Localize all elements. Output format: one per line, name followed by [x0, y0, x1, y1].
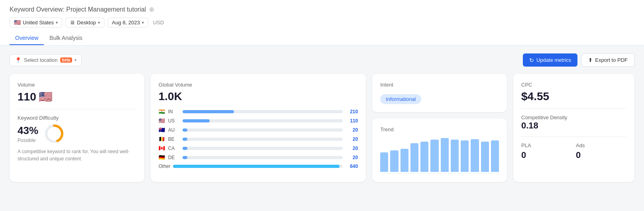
trend-bars: [380, 138, 499, 174]
flag-au: 🇦🇺: [159, 127, 165, 133]
date-label: Aug 8, 2023: [112, 20, 140, 26]
bar-fill-be: [183, 138, 187, 141]
trend-bar: [461, 140, 469, 172]
country-rows: 🇮🇳 IN 210 🇺🇸 US 110 🇦🇺 AU 20 🇧🇪 BE: [159, 108, 358, 160]
update-metrics-label: Update metrics: [536, 57, 571, 63]
flag-ca: 🇨🇦: [159, 145, 165, 151]
trend-card: Trend: [372, 118, 507, 182]
beta-badge: beta: [60, 57, 73, 63]
device-chevron-icon: ▾: [98, 20, 100, 25]
other-label: Other: [159, 164, 170, 169]
intent-label: Intent: [380, 82, 499, 88]
location-select[interactable]: 📍 Select location beta ▾: [10, 54, 82, 66]
trend-bar: [420, 142, 428, 172]
other-count: 640: [346, 164, 358, 169]
trend-label: Trend: [380, 126, 499, 132]
volume-value: 110 🇺🇸: [18, 90, 136, 103]
flag-us: 🇺🇸: [159, 118, 165, 124]
pla-value: 0: [521, 150, 572, 160]
volume-label: Volume: [18, 82, 136, 88]
main-content: 📍 Select location beta ▾ ↻ Update metric…: [0, 45, 644, 190]
comp-density-value: 0.18: [521, 120, 626, 131]
code-us: US: [168, 118, 179, 124]
bar-fill-de: [183, 156, 187, 159]
trend-bar: [481, 142, 489, 172]
volume-flag: 🇺🇸: [39, 90, 53, 103]
cpc-divider: [521, 108, 626, 109]
volume-number: 110: [18, 91, 36, 103]
tab-bulk-analysis[interactable]: Bulk Analysis: [44, 32, 88, 45]
tab-bar: Overview Bulk Analysis: [10, 32, 634, 45]
code-in: IN: [168, 109, 179, 114]
global-volume-value: 1.0K: [159, 90, 358, 103]
update-metrics-button[interactable]: ↻ Update metrics: [523, 53, 577, 67]
count-au: 20: [346, 127, 358, 133]
tab-overview[interactable]: Overview: [10, 32, 44, 45]
flag-in: 🇮🇳: [159, 108, 165, 114]
count-us: 110: [346, 118, 358, 124]
location-chevron-icon: ▾: [75, 58, 77, 62]
trend-bar: [430, 140, 438, 172]
intent-badge: Informational: [380, 94, 421, 104]
bar-fill-au: [183, 128, 187, 132]
device-icon: 🖥: [70, 20, 75, 26]
possible-label: Possible: [18, 138, 38, 143]
country-row-au: 🇦🇺 AU 20: [159, 127, 358, 133]
count-be: 20: [346, 136, 358, 142]
intent-card: Intent Informational: [372, 74, 507, 112]
trend-bar: [380, 152, 388, 172]
bar-bg-au: [183, 128, 343, 132]
trend-bar: [390, 150, 398, 172]
trend-bar: [491, 140, 499, 172]
volume-card: Volume 110 🇺🇸 Keyword Difficulty 43% Pos…: [10, 74, 144, 182]
count-in: 210: [346, 109, 358, 114]
bar-fill-ca: [183, 147, 187, 150]
country-row-de: 🇩🇪 DE 20: [159, 154, 358, 160]
device-label: Desktop: [77, 20, 96, 26]
date-chevron-icon: ▾: [142, 20, 144, 25]
trend-bar: [410, 143, 418, 172]
country-flag: 🇺🇸: [14, 19, 21, 26]
location-pin-icon: 📍: [15, 57, 22, 63]
filter-bar: 🇺🇸 United States ▾ 🖥 Desktop ▾ Aug 8, 20…: [10, 17, 634, 28]
bar-fill-in: [183, 110, 234, 113]
pla-divider: [521, 136, 626, 137]
date-filter[interactable]: Aug 8, 2023 ▾: [108, 18, 148, 28]
intent-trend-column: Intent Informational Trend: [372, 74, 507, 182]
country-row-ca: 🇨🇦 CA 20: [159, 145, 358, 151]
pla-item: PLA 0: [521, 142, 572, 160]
global-volume-card: Global Volume 1.0K 🇮🇳 IN 210 🇺🇸 US 110 🇦…: [151, 74, 366, 182]
bar-fill-us: [183, 119, 210, 122]
country-row-us: 🇺🇸 US 110: [159, 118, 358, 124]
trend-bar: [471, 139, 479, 172]
code-au: AU: [168, 127, 179, 133]
country-row-be: 🇧🇪 BE 20: [159, 136, 358, 142]
count-de: 20: [346, 155, 358, 160]
difficulty-description: A competitive keyword to rank for. You w…: [18, 148, 136, 162]
trend-bar: [401, 149, 408, 172]
ads-item: Ads 0: [576, 142, 626, 160]
device-filter[interactable]: 🖥 Desktop ▾: [65, 18, 104, 28]
export-pdf-button[interactable]: ⬆ Export to PDF: [581, 53, 634, 67]
bar-bg-de: [183, 156, 343, 159]
ads-value: 0: [576, 150, 626, 160]
country-label: United States: [23, 20, 54, 26]
cpc-value: $4.55: [521, 90, 626, 103]
country-row-in: 🇮🇳 IN 210: [159, 108, 358, 114]
cards-grid: Volume 110 🇺🇸 Keyword Difficulty 43% Pos…: [10, 74, 634, 182]
code-de: DE: [168, 155, 179, 160]
volume-divider: [18, 109, 136, 109]
bar-bg-us: [183, 119, 343, 122]
keyword-title: Project Management tutorial: [66, 6, 146, 13]
toolbar: 📍 Select location beta ▾ ↻ Update metric…: [10, 53, 634, 67]
other-bar-fill: [173, 165, 340, 168]
cpc-label: CPC: [521, 82, 626, 88]
pla-label: PLA: [521, 142, 572, 148]
add-keyword-icon[interactable]: ⊕: [149, 6, 154, 13]
location-placeholder: Select location: [24, 57, 58, 63]
difficulty-donut: [44, 123, 65, 144]
header: Keyword Overview: Project Management tut…: [0, 0, 644, 45]
country-filter[interactable]: 🇺🇸 United States ▾: [10, 17, 62, 28]
code-be: BE: [168, 136, 179, 142]
country-chevron-icon: ▾: [56, 20, 58, 25]
